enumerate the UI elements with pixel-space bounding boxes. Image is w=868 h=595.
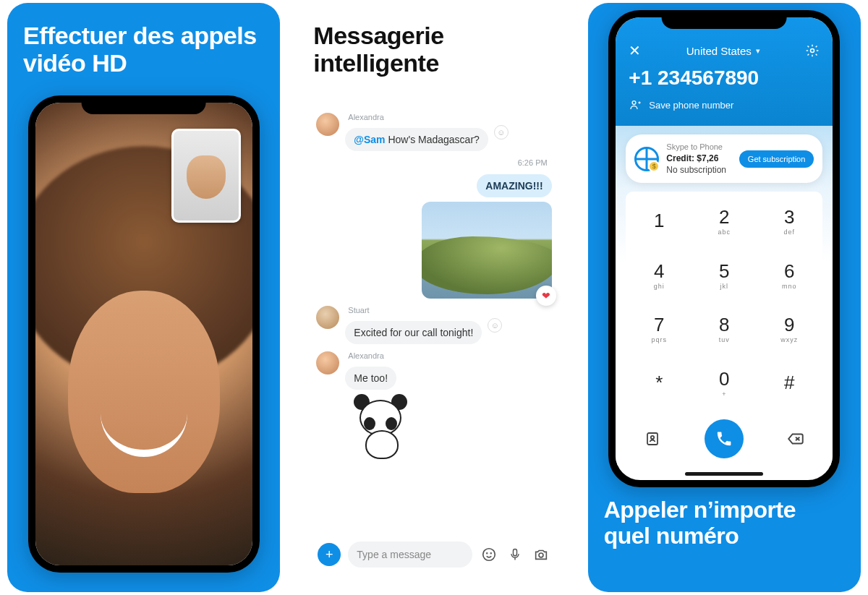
dialer-header: ✕ United States ▾ +1 234567890 Save phon… xyxy=(616,17,833,126)
key-star[interactable]: * xyxy=(629,358,689,408)
add-contact-icon xyxy=(629,98,642,111)
key-8[interactable]: 8tuv xyxy=(694,304,754,354)
credit-info: Skype to Phone Credit: $7,26 No subscrip… xyxy=(666,142,732,176)
card2-title: Messagerie intelligente xyxy=(313,22,554,77)
promo-card-dialer: ✕ United States ▾ +1 234567890 Save phon… xyxy=(588,3,861,592)
save-number-label: Save phone number xyxy=(649,100,733,111)
message-row-outgoing: AMAZING!!! ❤ xyxy=(316,174,551,299)
panda-sticker[interactable] xyxy=(348,397,413,462)
backspace-icon[interactable] xyxy=(785,428,807,450)
video-call-screen xyxy=(35,103,252,565)
key-7[interactable]: 7pqrs xyxy=(629,304,689,354)
promo-card-video: Effectuer des appels vidéo HD xyxy=(7,3,280,592)
dialer-actions xyxy=(626,412,822,458)
save-number-button[interactable]: Save phone number xyxy=(629,98,820,111)
emoji-icon[interactable] xyxy=(480,545,498,564)
coin-icon: $ xyxy=(648,160,660,172)
contacts-icon[interactable] xyxy=(642,428,663,450)
svg-point-8 xyxy=(651,436,654,439)
svg-rect-3 xyxy=(513,549,516,556)
message-row: Alexandra Me too! xyxy=(316,351,551,390)
svg-point-4 xyxy=(539,553,543,557)
message-placeholder: Type a message xyxy=(357,549,431,560)
key-2[interactable]: 2abc xyxy=(694,196,754,246)
timestamp: 6:26 PM xyxy=(316,158,551,167)
dialer-body: $ Skype to Phone Credit: $7,26 No subscr… xyxy=(616,126,833,466)
dialed-number: +1 234567890 xyxy=(629,67,820,90)
get-subscription-button[interactable]: Get subscription xyxy=(739,150,814,168)
key-9[interactable]: 9wxyz xyxy=(759,304,820,354)
globe-icon: $ xyxy=(634,147,659,171)
key-0[interactable]: 0+ xyxy=(694,358,754,408)
message-composer: + Type a message xyxy=(313,534,554,578)
key-5[interactable]: 5jkl xyxy=(694,250,754,300)
key-3[interactable]: 3def xyxy=(759,196,820,246)
camera-icon[interactable] xyxy=(532,545,550,564)
credit-line2: Credit: $7,26 xyxy=(666,153,732,164)
sender-name: Stuart xyxy=(348,306,482,314)
react-icon[interactable]: ☺ xyxy=(488,318,502,333)
message-bubble[interactable]: Me too! xyxy=(345,367,396,390)
message-row: Alexandra @Sam How's Madagascar? ☺ xyxy=(316,113,551,151)
svg-point-5 xyxy=(811,49,814,53)
avatar[interactable] xyxy=(316,113,339,136)
phone-mock-dialer: ✕ United States ▾ +1 234567890 Save phon… xyxy=(608,10,840,487)
phone-notch xyxy=(662,10,787,29)
react-icon[interactable]: ☺ xyxy=(494,125,509,140)
mention[interactable]: @Sam xyxy=(354,134,385,145)
credit-line3: No subscription xyxy=(666,164,732,176)
sender-name: Alexandra xyxy=(348,351,396,360)
message-bubble[interactable]: @Sam How's Madagascar? xyxy=(345,128,488,151)
key-hash[interactable]: # xyxy=(759,358,820,408)
promo-card-messaging: Messagerie intelligente Alexandra @Sam H… xyxy=(297,3,570,592)
message-input[interactable]: Type a message xyxy=(348,542,472,568)
chevron-down-icon: ▾ xyxy=(756,46,760,56)
message-row: Stuart Excited for our call tonight! ☺ xyxy=(316,306,551,344)
microphone-icon[interactable] xyxy=(506,545,524,564)
country-name: United States xyxy=(686,45,752,57)
credit-line1: Skype to Phone xyxy=(666,142,732,153)
message-photo[interactable] xyxy=(422,202,552,299)
message-text: How's Madagascar? xyxy=(386,134,480,145)
svg-point-6 xyxy=(632,101,636,105)
dialer-screen: ✕ United States ▾ +1 234567890 Save phon… xyxy=(616,17,833,480)
message-bubble[interactable]: Excited for our call tonight! xyxy=(345,321,482,344)
card3-title: Appeler n’importe quel numéro xyxy=(604,497,845,549)
chat-thread: Alexandra @Sam How's Madagascar? ☺ 6:26 … xyxy=(310,88,557,578)
heart-reaction-icon[interactable]: ❤ xyxy=(536,286,556,306)
add-attachment-button[interactable]: + xyxy=(318,543,341,566)
key-6[interactable]: 6mno xyxy=(759,250,820,300)
svg-point-1 xyxy=(486,553,487,554)
avatar[interactable] xyxy=(316,306,339,329)
phone-notch xyxy=(81,95,206,114)
svg-point-0 xyxy=(482,549,495,561)
country-selector[interactable]: United States ▾ xyxy=(686,45,760,57)
card1-title: Effectuer des appels vidéo HD xyxy=(23,22,264,77)
avatar[interactable] xyxy=(316,351,339,374)
key-1[interactable]: 1 xyxy=(629,196,689,246)
message-bubble[interactable]: AMAZING!!! xyxy=(477,174,551,197)
close-icon[interactable]: ✕ xyxy=(629,42,641,59)
credit-card[interactable]: $ Skype to Phone Credit: $7,26 No subscr… xyxy=(626,134,822,183)
home-indicator[interactable] xyxy=(685,472,763,476)
phone-mock-video xyxy=(28,95,260,573)
sender-name: Alexandra xyxy=(348,113,488,121)
svg-point-2 xyxy=(490,553,491,554)
dialer-keypad: 1 2abc 3def 4ghi 5jkl 6mno 7pqrs 8tuv 9w… xyxy=(626,192,822,412)
settings-icon[interactable] xyxy=(805,43,820,58)
key-4[interactable]: 4ghi xyxy=(629,250,689,300)
call-button[interactable] xyxy=(705,419,744,458)
video-self-preview[interactable] xyxy=(171,129,241,223)
